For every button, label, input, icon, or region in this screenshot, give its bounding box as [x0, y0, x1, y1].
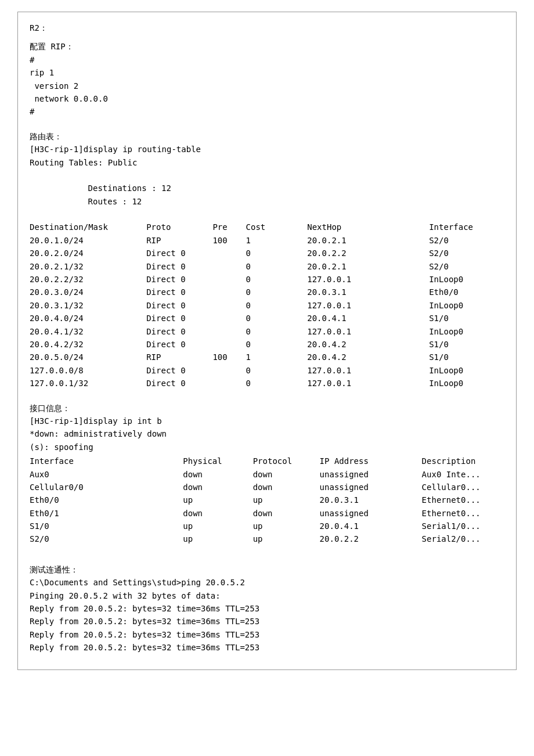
ping-section: 测试连通性： C:\Documents and Settings\stud>pi… — [30, 563, 504, 654]
if-physical: up — [148, 520, 247, 532]
if-protocol: up — [247, 532, 314, 545]
rt-destination: 20.0.5.0/24 — [30, 351, 146, 363]
interface-cmd1: [H3C-rip-1]display ip int b — [30, 415, 504, 427]
routing-table-row: 20.0.3.0/24Direct 0020.0.3.1Eth0/0 — [30, 286, 504, 298]
rt-interface: S2/0 — [412, 247, 504, 260]
rt-cost: 0 — [246, 247, 296, 260]
ping-label: 测试连通性： — [30, 563, 504, 576]
routing-table-row: 20.0.2.1/32Direct 0020.0.2.1S2/0 — [30, 260, 504, 273]
rt-cost: 0 — [246, 286, 296, 298]
rt-interface: InLoop0 — [412, 364, 504, 377]
routes-label: Routes : 12 — [88, 197, 142, 206]
rip-version: version 2 — [30, 80, 504, 92]
rt-cost: 0 — [246, 338, 296, 351]
interface-table: Interface Physical Protocol IP Address D… — [30, 455, 504, 546]
rt-nexthop: 20.0.2.1 — [295, 234, 412, 247]
if-col-ip: IP Address — [314, 455, 410, 467]
rt-cost: 0 — [246, 312, 296, 325]
rt-nexthop: 20.0.4.1 — [295, 312, 412, 325]
destinations-label: Destinations : 12 — [88, 183, 171, 193]
routing-table-row: 20.0.4.0/24Direct 0020.0.4.1S1/0 — [30, 312, 504, 325]
rt-nexthop: 127.0.0.1 — [295, 377, 412, 390]
interface-label: 接口信息： — [30, 402, 504, 415]
interface-table-row: Eth0/0upup20.0.3.1Ethernet0... — [30, 494, 504, 506]
rt-proto: RIP — [146, 234, 212, 247]
rt-cost: 0 — [246, 364, 296, 377]
routing-table-header: Destination/Mask Proto Pre Cost NextHop … — [30, 221, 504, 233]
routing-table-command: [H3C-rip-1]display ip routing-table — [30, 143, 504, 156]
if-col-physical: Physical — [148, 455, 247, 467]
routing-tables-public: Routing Tables: Public — [30, 156, 504, 169]
rip-network: network 0.0.0.0 — [30, 92, 504, 105]
routing-table-row: 127.0.0.1/32Direct 00127.0.0.1InLoop0 — [30, 377, 504, 390]
rt-destination: 20.0.4.1/32 — [30, 325, 146, 338]
rt-proto: Direct 0 — [146, 260, 212, 273]
routing-table-row: 20.0.4.2/32Direct 0020.0.4.2S1/0 — [30, 338, 504, 351]
routing-table-body: 20.0.1.0/24RIP100120.0.2.1S2/020.0.2.0/2… — [30, 234, 504, 390]
interface-section: 接口信息： [H3C-rip-1]display ip int b *down:… — [30, 402, 504, 546]
rt-destination: 127.0.0.1/32 — [30, 377, 146, 390]
routing-table-row: 127.0.0.0/8Direct 00127.0.0.1InLoop0 — [30, 364, 504, 377]
if-desc: Ethernet0... — [410, 494, 504, 506]
rt-cost: 0 — [246, 299, 296, 312]
rt-proto: Direct 0 — [146, 312, 212, 325]
routing-table-row: 20.0.3.1/32Direct 00127.0.0.1InLoop0 — [30, 299, 504, 312]
routing-table-row: 20.0.2.2/32Direct 00127.0.0.1InLoop0 — [30, 273, 504, 286]
interface-table-row: Aux0downdownunassignedAux0 Inte... — [30, 468, 504, 481]
if-col-interface: Interface — [30, 455, 148, 467]
rip-config-label: 配置 RIP： — [30, 40, 504, 53]
interface-cmd2: *down: administratively down — [30, 427, 504, 440]
if-ip: unassigned — [314, 507, 410, 520]
if-ip: 20.0.2.2 — [314, 532, 410, 545]
rt-interface: S1/0 — [412, 312, 504, 325]
ping-reply-line: Reply from 20.0.5.2: bytes=32 time=36ms … — [30, 641, 504, 654]
if-ip: 20.0.4.1 — [314, 520, 410, 532]
rt-pre: 100 — [212, 234, 246, 247]
rt-destination: 20.0.3.1/32 — [30, 299, 146, 312]
rt-pre — [212, 286, 246, 298]
routing-table-label: 路由表： — [30, 130, 504, 143]
if-physical: down — [148, 481, 247, 494]
col-cost: Cost — [246, 221, 296, 233]
if-ip: unassigned — [314, 468, 410, 481]
interface-table-header: Interface Physical Protocol IP Address D… — [30, 455, 504, 467]
interface-table-row: Eth0/1downdownunassignedEthernet0... — [30, 507, 504, 520]
if-protocol: up — [247, 494, 314, 506]
ping-reply-line: Reply from 20.0.5.2: bytes=32 time=36ms … — [30, 602, 504, 615]
rt-destination: 127.0.0.0/8 — [30, 364, 146, 377]
rt-cost: 1 — [246, 234, 296, 247]
if-ip: unassigned — [314, 481, 410, 494]
rt-nexthop: 127.0.0.1 — [295, 364, 412, 377]
rt-cost: 1 — [246, 351, 296, 363]
rt-pre — [212, 338, 246, 351]
rt-pre — [212, 325, 246, 338]
rt-destination: 20.0.2.0/24 — [30, 247, 146, 260]
rt-interface: S2/0 — [412, 234, 504, 247]
rt-interface: Eth0/0 — [412, 286, 504, 298]
if-iface: Eth0/0 — [30, 494, 148, 506]
rt-destination: 20.0.2.1/32 — [30, 260, 146, 273]
interface-table-row: Cellular0/0downdownunassignedCellular0..… — [30, 481, 504, 494]
destinations-routes-row: Destinations : 12 Routes : 12 — [30, 169, 504, 221]
interface-cmd3: (s): spoofing — [30, 441, 504, 453]
if-protocol: down — [247, 468, 314, 481]
if-ip: 20.0.3.1 — [314, 494, 410, 506]
rt-cost: 0 — [246, 325, 296, 338]
if-physical: up — [148, 494, 247, 506]
rt-pre — [212, 260, 246, 273]
rt-destination: 20.0.4.2/32 — [30, 338, 146, 351]
r2-title: R2： — [30, 21, 504, 34]
col-interface: Interface — [412, 221, 504, 233]
rt-pre — [212, 273, 246, 286]
rt-nexthop: 20.0.4.2 — [295, 351, 412, 363]
rip-cmd: rip 1 — [30, 66, 504, 79]
rip-hash2: # — [30, 105, 504, 118]
rt-nexthop: 20.0.2.1 — [295, 260, 412, 273]
main-container: R2： 配置 RIP： # rip 1 version 2 network 0.… — [17, 12, 517, 670]
routing-table-row: 20.0.5.0/24RIP100120.0.4.2S1/0 — [30, 351, 504, 363]
ping-replies: Reply from 20.0.5.2: bytes=32 time=36ms … — [30, 602, 504, 654]
if-desc: Cellular0... — [410, 481, 504, 494]
col-pre: Pre — [212, 221, 246, 233]
rt-pre — [212, 247, 246, 260]
rt-nexthop: 20.0.3.1 — [295, 286, 412, 298]
